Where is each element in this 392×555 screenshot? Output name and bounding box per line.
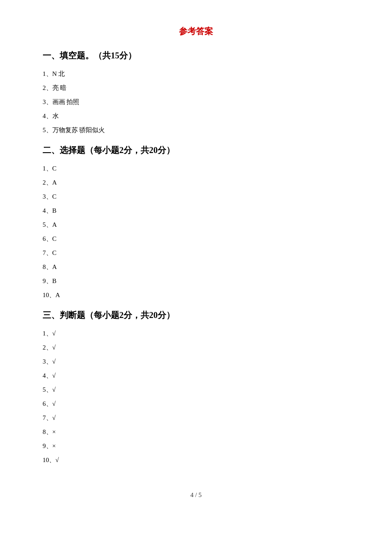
answer-item: 5、A <box>43 219 349 231</box>
answer-item: 1、√ <box>43 328 349 339</box>
answer-item: 1、C <box>43 163 349 174</box>
answer-item: 5、√ <box>43 384 349 396</box>
section-header-fill-blank: 一、填空题。（共15分） <box>43 50 349 61</box>
answer-item: 3、√ <box>43 356 349 367</box>
answer-item: 2、亮 暗 <box>43 82 349 94</box>
answer-item: 5、万物复苏 骄阳似火 <box>43 124 349 136</box>
answer-item: 8、× <box>43 426 349 438</box>
answer-item: 3、画画 拍照 <box>43 96 349 108</box>
answer-item: 6、C <box>43 233 349 245</box>
answer-item: 7、√ <box>43 412 349 424</box>
answer-item: 6、√ <box>43 398 349 410</box>
answer-item: 10、A <box>43 289 349 301</box>
section-header-multiple-choice: 二、选择题（每小题2分，共20分） <box>43 145 349 156</box>
answer-item: 1、N 北 <box>43 68 349 80</box>
answer-item: 8、A <box>43 261 349 273</box>
section-judgment: 三、判断题（每小题2分，共20分）1、√2、√3、√4、√5、√6、√7、√8、… <box>43 309 349 466</box>
answer-item: 9、B <box>43 275 349 287</box>
answer-item: 9、× <box>43 440 349 452</box>
section-header-judgment: 三、判断题（每小题2分，共20分） <box>43 309 349 321</box>
answer-item: 2、A <box>43 177 349 188</box>
page-footer: 4 / 5 <box>43 491 349 499</box>
answer-item: 4、水 <box>43 110 349 122</box>
answer-item: 2、√ <box>43 342 349 353</box>
page-title: 参考答案 <box>43 26 349 37</box>
answer-item: 7、C <box>43 247 349 259</box>
answer-item: 10、√ <box>43 454 349 466</box>
section-fill-blank: 一、填空题。（共15分）1、N 北2、亮 暗3、画画 拍照4、水5、万物复苏 骄… <box>43 50 349 136</box>
answer-item: 3、C <box>43 191 349 202</box>
section-multiple-choice: 二、选择题（每小题2分，共20分）1、C2、A3、C4、B5、A6、C7、C8、… <box>43 145 349 301</box>
answer-item: 4、B <box>43 205 349 217</box>
answer-item: 4、√ <box>43 370 349 382</box>
